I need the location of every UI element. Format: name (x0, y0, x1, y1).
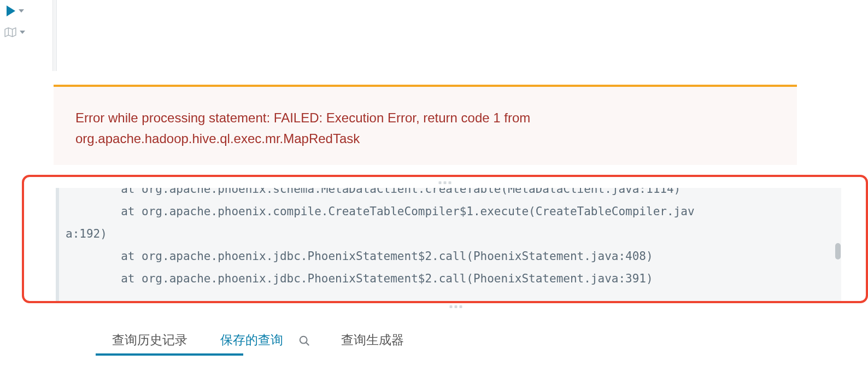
stacktrace-text: at org.apache.phoenix.schema.MetaDataCli… (59, 188, 841, 290)
svg-point-0 (300, 337, 307, 344)
vertical-divider[interactable] (52, 0, 57, 71)
stacktrace-container: at org.apache.phoenix.schema.MetaDataCli… (56, 188, 841, 301)
map-icon (4, 27, 16, 37)
error-message: Error while processing statement: FAILED… (75, 108, 775, 150)
error-banner: Error while processing statement: FAILED… (54, 85, 797, 165)
map-button[interactable] (0, 22, 36, 43)
svg-line-1 (306, 343, 309, 345)
left-toolbar (0, 0, 36, 71)
run-button[interactable] (0, 0, 36, 22)
tab-underline (96, 353, 243, 356)
tab-query-history[interactable]: 查询历史记录 (96, 325, 204, 357)
drag-handle-icon[interactable] (439, 181, 451, 184)
chevron-down-icon (19, 9, 24, 13)
highlighted-region: at org.apache.phoenix.schema.MetaDataCli… (22, 175, 868, 303)
bottom-tabs: 查询历史记录 保存的查询 查询生成器 (96, 325, 420, 357)
play-icon (7, 5, 15, 16)
scrollbar-thumb[interactable] (835, 243, 841, 259)
tab-saved-queries[interactable]: 保存的查询 (204, 325, 300, 357)
chevron-down-icon (20, 31, 25, 34)
tab-query-builder[interactable]: 查询生成器 (325, 325, 420, 357)
search-icon (298, 335, 310, 347)
drag-handle-icon[interactable] (450, 305, 462, 308)
